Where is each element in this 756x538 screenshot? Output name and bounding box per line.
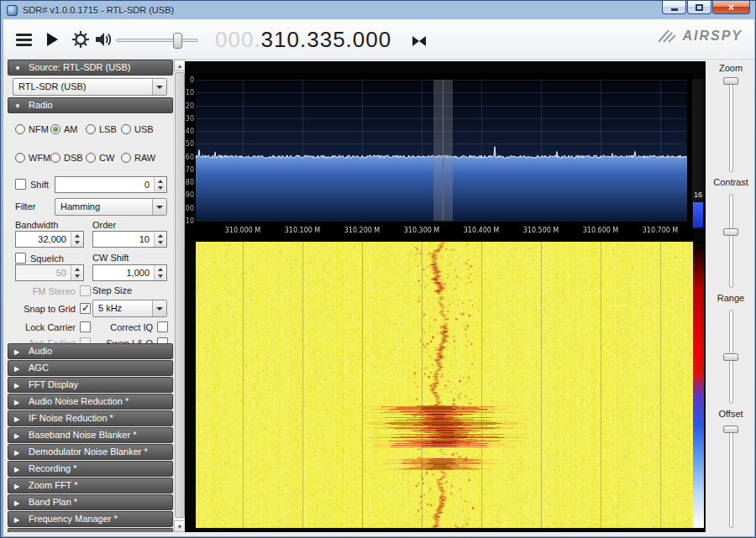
lock-carrier-toggle[interactable]: Lock Carrier — [15, 321, 91, 332]
waterfall-gradient-bar[interactable] — [693, 242, 704, 528]
spinner-icon[interactable] — [154, 232, 166, 247]
sidebar-panel-recording[interactable]: ▶Recording * — [8, 461, 173, 477]
chevron-right-icon: ▶ — [14, 429, 19, 443]
range-label: Range — [707, 293, 754, 303]
speaker-icon[interactable] — [96, 32, 113, 47]
offset-slider-thumb[interactable] — [723, 426, 738, 433]
source-device-select[interactable]: RTL-SDR (USB) — [13, 78, 167, 96]
spinner-icon[interactable] — [154, 265, 166, 280]
shift-toggle[interactable]: Shift — [15, 179, 49, 190]
sidebar-panel-band-plan[interactable]: ▶Band Plan * — [8, 494, 173, 510]
offset-slider[interactable] — [722, 426, 739, 528]
snap-label: Snap to Grid — [24, 304, 76, 314]
play-button[interactable] — [47, 33, 58, 46]
zoom-slider-group: Zoom — [707, 63, 754, 172]
range-slider-thumb[interactable] — [723, 353, 738, 361]
triangle-right-icon — [412, 36, 419, 46]
sidebar-panel-frequency-manager[interactable]: ▶Frequency Manager * — [8, 511, 173, 527]
spectrum-plot[interactable] — [185, 73, 694, 241]
sidebar: ▼ Source: RTL-SDR (USB) RTL-SDR (USB) ▼ … — [8, 60, 173, 532]
correct-iq-toggle[interactable]: Correct IQ — [92, 321, 168, 332]
volume-slider-thumb[interactable] — [173, 33, 182, 49]
sidebar-panel-partial[interactable]: ▶ — [8, 528, 173, 532]
correct-iq-checkbox[interactable] — [157, 321, 168, 332]
panel-label: Audio — [29, 346, 52, 356]
radio-button-icon — [86, 124, 96, 134]
chevron-right-icon: ▶ — [14, 496, 19, 510]
bandwidth-input[interactable]: 32,000 — [15, 231, 84, 248]
snap-checkbox[interactable] — [80, 303, 91, 314]
scroll-down-icon[interactable]: ▼ — [174, 520, 186, 532]
zoom-slider[interactable] — [722, 80, 739, 172]
mode-wfm[interactable]: WFM — [15, 153, 50, 163]
scrollbar-thumb[interactable] — [175, 72, 185, 518]
sidebar-panel-fft-display[interactable]: ▶FFT Display — [8, 377, 173, 393]
step-size-select[interactable]: 5 kHz — [92, 300, 167, 317]
sidebar-panel-baseband-noise-blanker[interactable]: ▶Baseband Noise Blanker * — [8, 427, 173, 443]
source-body: RTL-SDR (USB) — [8, 76, 173, 97]
volume-slider[interactable] — [116, 39, 198, 42]
snap-toggle[interactable]: Snap to Grid — [15, 303, 91, 314]
sidebar-panel-source[interactable]: ▼ Source: RTL-SDR (USB) — [8, 60, 173, 76]
range-slider-group: Range — [707, 293, 754, 404]
frequency-display[interactable]: 000.310.335.000 — [215, 27, 391, 53]
offset-slider-group: Offset — [707, 409, 754, 528]
sidebar-panel-radio[interactable]: ▼ Radio — [8, 97, 173, 113]
mode-dsb[interactable]: DSB — [50, 153, 86, 163]
panel-label: Baseband Noise Blanker * — [29, 430, 136, 440]
shift-checkbox[interactable] — [15, 179, 26, 190]
filter-select[interactable]: Hamming — [55, 198, 167, 216]
squelch-checkbox[interactable] — [15, 253, 26, 264]
sidebar-panel-audio[interactable]: ▶Audio — [8, 343, 173, 359]
minimize-button[interactable] — [662, 1, 686, 14]
cw-shift-input[interactable]: 1,000 — [92, 264, 167, 281]
mode-nfm[interactable]: NFM — [15, 124, 50, 134]
sidebar-scrollbar[interactable]: ▲ ▼ — [173, 60, 185, 532]
mode-raw[interactable]: RAW — [121, 153, 156, 163]
sidebar-panel-audio-noise-reduction[interactable]: ▶Audio Noise Reduction * — [8, 394, 173, 410]
panel-label: IF Noise Reduction * — [29, 413, 113, 423]
mode-am[interactable]: AM — [50, 124, 86, 134]
scroll-up-icon[interactable]: ▲ — [174, 60, 186, 71]
sidebar-panel-if-noise-reduction[interactable]: ▶IF Noise Reduction * — [8, 410, 173, 426]
contrast-slider-thumb[interactable] — [723, 228, 738, 236]
lock-carrier-label: Lock Carrier — [25, 322, 76, 332]
squelch-input: 50 — [15, 264, 84, 281]
fm-stereo-checkbox — [80, 285, 91, 296]
source-device-value: RTL-SDR (USB) — [18, 81, 86, 91]
sidebar-panel-demodulator-noise-blanker[interactable]: ▶Demodulator Noise Blanker * — [8, 444, 173, 460]
contrast-slider-group: Contrast — [707, 177, 754, 288]
fm-stereo-toggle: FM Stereo — [15, 285, 91, 296]
maximize-button[interactable] — [687, 1, 711, 14]
spinner-icon — [71, 265, 83, 280]
radio-body: NFMAMLSBUSBWFMDSBCWRAW Shift 0 Filter Ha… — [8, 114, 173, 343]
mode-lsb[interactable]: LSB — [86, 124, 121, 134]
order-input[interactable]: 10 — [92, 231, 167, 248]
gear-icon[interactable] — [72, 31, 89, 48]
sidebar-panel-agc[interactable]: ▶AGC — [8, 360, 173, 376]
close-button[interactable]: × — [712, 1, 750, 14]
chevron-right-icon: ▶ — [14, 379, 19, 393]
chevron-down-icon: ▼ — [14, 61, 21, 76]
range-slider[interactable] — [722, 310, 739, 404]
spinner-icon[interactable] — [71, 232, 83, 247]
contrast-label: Contrast — [707, 177, 754, 187]
correct-iq-label: Correct IQ — [110, 322, 153, 332]
titlebar[interactable]: SDR# v1.0.0.1715 - RTL-SDR (USB) × — [1, 1, 755, 19]
menu-icon[interactable] — [16, 34, 32, 46]
lock-carrier-checkbox[interactable] — [80, 321, 91, 332]
mode-usb[interactable]: USB — [121, 124, 156, 134]
mode-cw[interactable]: CW — [86, 153, 121, 163]
sidebar-panel-zoom-fft[interactable]: ▶Zoom FFT * — [8, 478, 173, 494]
contrast-slider[interactable] — [722, 194, 739, 288]
zoom-slider-thumb[interactable] — [723, 77, 738, 85]
chevron-right-icon: ▶ — [14, 513, 19, 527]
spinner-icon[interactable] — [154, 177, 166, 192]
filter-value: Hamming — [60, 201, 100, 212]
squelch-toggle[interactable]: Squelch — [15, 253, 64, 264]
waterfall-plot[interactable] — [196, 242, 693, 528]
chevron-right-icon: ▶ — [14, 462, 19, 477]
center-tune-button[interactable] — [412, 36, 426, 46]
maximize-icon — [696, 4, 703, 11]
shift-input[interactable]: 0 — [55, 176, 167, 193]
